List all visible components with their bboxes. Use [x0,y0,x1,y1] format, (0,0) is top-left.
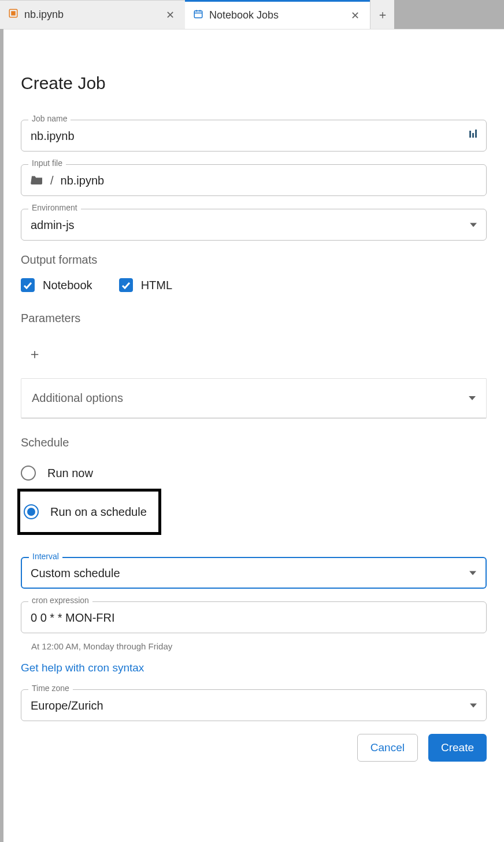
svg-rect-7 [472,133,474,138]
page-title: Create Job [21,73,487,93]
schedule-label: Schedule [21,436,487,449]
time-zone-value: Europe/Zurich [31,699,103,712]
radio-run-schedule[interactable]: Run on a schedule [24,500,147,524]
environment-field[interactable]: Environment admin-js [21,209,487,241]
add-tab-button[interactable]: ＋ [370,0,394,29]
path-separator: / [50,174,54,187]
close-icon[interactable]: ✕ [164,9,177,21]
svg-rect-8 [475,130,477,138]
radio-run-now[interactable]: Run now [21,461,487,485]
chevron-down-icon [469,571,476,575]
additional-options-panel[interactable]: Additional options [21,378,487,419]
cancel-button[interactable]: Cancel [357,734,418,762]
tab-nb-ipynb[interactable]: nb.ipynb ✕ [0,0,185,29]
checkbox-html[interactable]: HTML [119,278,172,292]
cron-expression-field[interactable]: cron expression [21,601,487,633]
panel-title: Additional options [32,392,123,405]
job-name-input[interactable] [31,130,477,143]
field-label: Interval [29,552,62,561]
environment-value: admin-js [31,219,75,232]
adjust-icon[interactable] [469,130,478,142]
checkbox-icon [119,278,133,292]
tab-notebook-jobs[interactable]: Notebook Jobs ✕ [185,0,370,29]
parameters-label: Parameters [21,312,487,325]
job-name-field[interactable]: Job name [21,120,487,152]
checkbox-label: Notebook [43,279,92,292]
chevron-down-icon [470,223,477,227]
tab-label: nb.ipynb [24,9,64,21]
cron-syntax-help-link[interactable]: Get help with cron syntax [21,662,144,674]
input-file-value: nb.ipynb [61,174,105,187]
tab-label: Notebook Jobs [209,9,279,21]
radio-label: Run on a schedule [50,505,147,519]
output-formats-label: Output formats [21,253,487,267]
radio-label: Run now [47,467,93,480]
svg-rect-2 [194,11,202,18]
checkbox-label: HTML [141,279,172,292]
field-label: Environment [28,203,81,212]
input-file-field[interactable]: Input file / nb.ipynb [21,164,487,196]
field-label: Time zone [28,684,73,693]
chevron-down-icon [470,703,477,707]
checkbox-icon [21,278,35,292]
svg-rect-6 [469,131,471,138]
create-button[interactable]: Create [428,734,487,762]
folder-icon [31,174,43,187]
svg-rect-1 [11,11,16,16]
radio-icon [21,466,36,481]
field-label: Input file [28,158,66,168]
cron-expression-input[interactable] [31,611,477,625]
checkbox-notebook[interactable]: Notebook [21,278,92,292]
time-zone-field[interactable]: Time zone Europe/Zurich [21,689,487,721]
radio-icon [24,504,39,519]
field-label: Job name [28,114,71,123]
tab-bar: nb.ipynb ✕ Notebook Jobs ✕ ＋ [0,0,504,29]
highlight-box: Run on a schedule [17,489,161,535]
interval-value: Custom schedule [31,567,120,580]
cron-helper-text: At 12:00 AM, Monday through Friday [31,641,487,651]
interval-field[interactable]: Interval Custom schedule [21,557,487,589]
close-icon[interactable]: ✕ [349,9,362,22]
calendar-icon [193,9,203,22]
notebook-file-icon [8,8,18,21]
chevron-down-icon [469,396,476,400]
field-label: cron expression [28,596,92,605]
add-parameter-button[interactable]: ＋ [28,345,42,363]
